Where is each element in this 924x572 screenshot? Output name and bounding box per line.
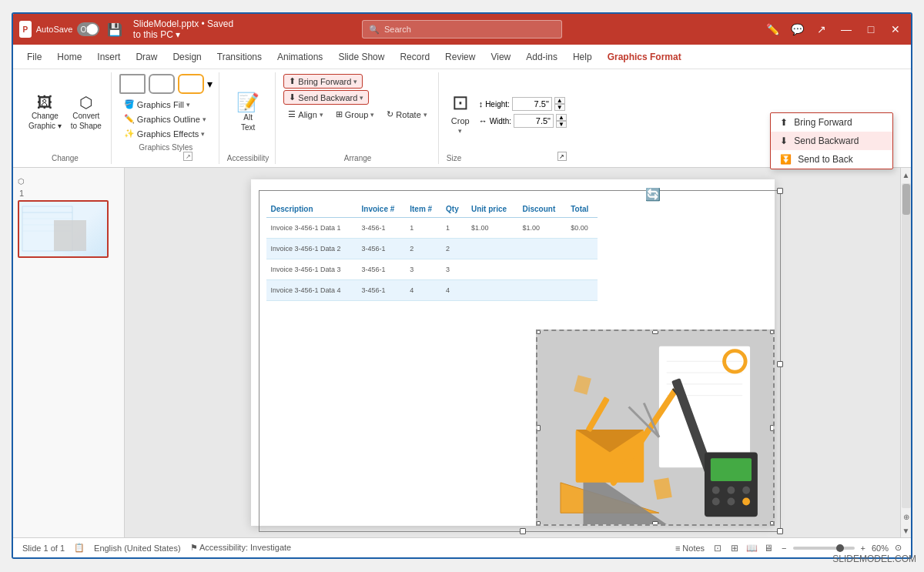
- zoom-level[interactable]: 60%: [872, 544, 889, 553]
- align-button[interactable]: ☰ Align ▾: [283, 108, 327, 121]
- presenter-view-icon[interactable]: 🖥: [762, 541, 775, 555]
- graphics-effects-button[interactable]: ✨ Graphics Effects ▾: [119, 127, 210, 140]
- menu-file[interactable]: File: [19, 46, 49, 68]
- restore-button[interactable]: □: [862, 20, 880, 38]
- height-up-button[interactable]: ▲: [554, 97, 565, 104]
- menu-insert[interactable]: Insert: [89, 46, 128, 68]
- height-input[interactable]: [512, 97, 552, 111]
- handle-bottom-right[interactable]: [770, 521, 775, 526]
- autosave-toggle[interactable]: Off: [77, 22, 99, 36]
- bring-forward-dropdown-item[interactable]: ⬆ Bring Forward: [771, 113, 892, 132]
- reading-view-icon[interactable]: 📖: [745, 541, 758, 555]
- scroll-down-button[interactable]: ▼: [901, 523, 912, 537]
- send-backward-button[interactable]: ⬇ Send Backward ▾: [283, 90, 369, 105]
- size-dialog-launcher[interactable]: ↗: [557, 152, 567, 161]
- scroll-thumb[interactable]: [902, 184, 910, 215]
- cell: [467, 280, 518, 301]
- style-shape-1[interactable]: [119, 74, 146, 94]
- outer-handle-bc[interactable]: [520, 528, 526, 534]
- menu-home[interactable]: Home: [49, 46, 89, 68]
- group-button[interactable]: ⊞ Group ▾: [331, 108, 380, 121]
- style-shape-3[interactable]: [178, 74, 204, 94]
- handle-bottom-center[interactable]: [652, 521, 658, 526]
- autosave-label: AutoSave: [36, 25, 73, 34]
- minimize-button[interactable]: —: [837, 20, 855, 38]
- handle-middle-left[interactable]: [536, 425, 541, 431]
- slide-canvas[interactable]: Description Invoice # Item # Qty Unit pr…: [251, 179, 775, 526]
- title-bar: P AutoSave Off 💾 SlideModel.pptx • Saved…: [13, 14, 911, 45]
- zoom-plus-button[interactable]: +: [861, 544, 865, 553]
- menu-view[interactable]: View: [483, 46, 518, 68]
- close-button[interactable]: ✕: [886, 20, 905, 38]
- rotate-button[interactable]: ↻ Rotate ▾: [382, 108, 431, 121]
- alt-text-button[interactable]: 📝 Alt Text: [233, 91, 263, 134]
- styles-dialog-launcher[interactable]: ↗: [183, 152, 192, 161]
- outer-handle-mr[interactable]: [777, 361, 783, 367]
- send-backward-arrow[interactable]: ▾: [360, 94, 363, 102]
- normal-view-icon[interactable]: ⊡: [711, 541, 725, 555]
- send-to-back-dropdown-item[interactable]: ⏬ Send to Back: [771, 150, 892, 169]
- menu-draw[interactable]: Draw: [128, 46, 165, 68]
- search-box[interactable]: 🔍 Search: [362, 20, 562, 38]
- handle-middle-right[interactable]: [770, 425, 775, 431]
- send-backward-icon: ⬇: [289, 92, 296, 102]
- crop-button[interactable]: ⊡ Crop ▾: [447, 88, 474, 138]
- outline-icon: ✏️: [124, 114, 135, 124]
- pen-icon[interactable]: ✏️: [763, 20, 782, 38]
- scroll-up-button[interactable]: ▲: [901, 168, 912, 182]
- save-icon[interactable]: 💾: [107, 22, 122, 37]
- bring-forward-arrow[interactable]: ▾: [353, 78, 357, 85]
- menu-record[interactable]: Record: [392, 46, 437, 68]
- menu-transitions[interactable]: Transitions: [209, 46, 270, 68]
- scroll-track[interactable]: [902, 183, 911, 508]
- width-down-button[interactable]: ▼: [556, 121, 567, 128]
- send-backward-dd-label: Send Backward: [794, 135, 859, 146]
- menu-bar: File Home Insert Draw Design Transitions…: [13, 45, 911, 69]
- convert-label2: to Shape: [71, 122, 102, 130]
- styles-group-label: Graphics Styles ↗: [139, 140, 192, 162]
- outer-handle-br[interactable]: [777, 528, 783, 534]
- panel-toggle[interactable]: ⬡: [18, 174, 119, 189]
- bring-forward-icon: ⬆: [289, 76, 296, 86]
- handle-bottom-left[interactable]: [536, 521, 541, 526]
- menu-review[interactable]: Review: [437, 46, 483, 68]
- bring-forward-dd-icon: ⬆: [780, 117, 788, 128]
- graphic-image-overlay[interactable]: ↻: [536, 329, 775, 526]
- notes-button[interactable]: ≡ Notes: [675, 544, 705, 553]
- graphic-rotate-icon[interactable]: 🔄: [645, 187, 661, 202]
- width-input[interactable]: [514, 114, 554, 128]
- change-graphic-label: Change: [32, 112, 59, 120]
- ribbon-group-change: 🖼 Change Graphic ▾ ⬡ Convert to Shape Ch…: [19, 72, 112, 164]
- menu-slide-show[interactable]: Slide Show: [330, 46, 392, 68]
- effects-icon: ✨: [124, 129, 135, 139]
- menu-help[interactable]: Help: [565, 46, 600, 68]
- handle-top-right[interactable]: [770, 329, 775, 334]
- outer-handle-tr[interactable]: [777, 188, 783, 194]
- zoom-minus-button[interactable]: −: [782, 544, 786, 553]
- change-graphic-button[interactable]: 🖼 Change Graphic ▾: [25, 92, 65, 132]
- style-shape-2[interactable]: [149, 74, 175, 94]
- menu-animations[interactable]: Animations: [270, 46, 330, 68]
- height-down-button[interactable]: ▼: [554, 104, 565, 111]
- comment-icon[interactable]: 💬: [788, 20, 806, 38]
- send-backward-dropdown-item[interactable]: ⬇ Send Backward: [771, 132, 892, 150]
- handle-top-left[interactable]: [536, 329, 541, 334]
- fit-icon[interactable]: ⊙: [895, 543, 902, 553]
- bring-forward-button[interactable]: ⬆ Bring Forward ▾: [283, 74, 363, 89]
- zoom-knob[interactable]: [836, 544, 844, 552]
- handle-top-center[interactable]: [652, 329, 658, 334]
- accessibility-label[interactable]: ⚑ Accessibility: Investigate: [190, 543, 292, 553]
- menu-addins[interactable]: Add-ins: [518, 46, 565, 68]
- share-icon[interactable]: ↗: [812, 20, 831, 38]
- menu-design[interactable]: Design: [165, 46, 209, 68]
- graphics-fill-button[interactable]: 🪣 Graphics Fill ▾: [119, 98, 195, 111]
- slide-thumbnail-1[interactable]: 1: [18, 189, 119, 258]
- more-styles-icon[interactable]: ▾: [207, 78, 213, 90]
- scroll-expand-button[interactable]: ⊕: [901, 510, 912, 523]
- convert-to-shape-button[interactable]: ⬡ Convert to Shape: [68, 92, 105, 132]
- slide-sorter-icon[interactable]: ⊞: [728, 541, 742, 555]
- width-up-button[interactable]: ▲: [556, 114, 567, 121]
- zoom-slider[interactable]: [793, 547, 855, 550]
- menu-graphics-format[interactable]: Graphics Format: [600, 46, 689, 68]
- graphics-outline-button[interactable]: ✏️ Graphics Outline ▾: [119, 112, 211, 125]
